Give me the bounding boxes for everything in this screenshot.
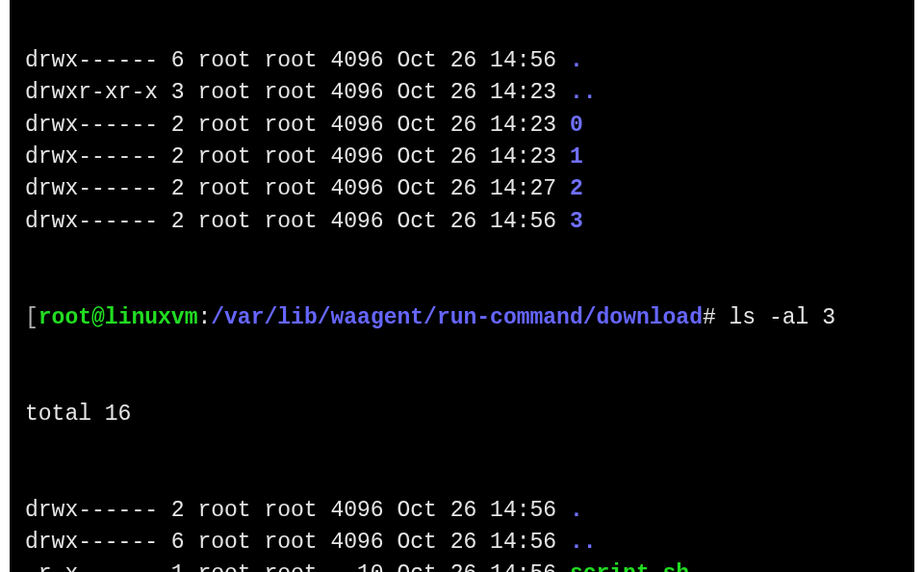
file-row: drwx------ 2 root root 4096 Oct 26 14:23… — [25, 110, 899, 142]
colon: : — [197, 305, 211, 330]
file-name: script.sh — [570, 561, 689, 572]
listing-2: drwx------ 2 root root 4096 Oct 26 14:56… — [25, 495, 899, 572]
file-name: .. — [570, 530, 597, 555]
prompt-line-2: [root@linuxvm:/var/lib/waagent/run-comma… — [25, 302, 899, 334]
file-perms: drwx------ 6 root root 4096 Oct 26 14:56 — [25, 530, 570, 555]
file-name: 2 — [570, 176, 583, 201]
bracket-open: [ — [25, 305, 38, 330]
file-row: -r-x------ 1 root root 10 Oct 26 14:56 s… — [25, 559, 899, 572]
file-name: .. — [570, 80, 597, 105]
command-2: ls -al 3 — [730, 305, 835, 330]
file-row: drwx------ 2 root root 4096 Oct 26 14:56… — [25, 495, 899, 527]
file-perms: drwxr-xr-x 3 root root 4096 Oct 26 14:23 — [25, 80, 570, 105]
file-perms: drwx------ 2 root root 4096 Oct 26 14:56 — [25, 498, 570, 523]
hash: # — [703, 305, 730, 330]
listing-1: drwx------ 6 root root 4096 Oct 26 14:56… — [25, 45, 899, 238]
file-name: . — [570, 48, 583, 73]
file-perms: drwx------ 2 root root 4096 Oct 26 14:23 — [25, 113, 570, 138]
file-perms: drwx------ 2 root root 4096 Oct 26 14:23 — [25, 144, 570, 169]
file-row: drwx------ 6 root root 4096 Oct 26 14:56… — [25, 45, 899, 77]
file-row: drwx------ 2 root root 4096 Oct 26 14:23… — [25, 142, 899, 173]
terminal-window[interactable]: [root@linuxvm:/var/lib/waagent/run-comma… — [10, 0, 914, 572]
file-row: drwx------ 6 root root 4096 Oct 26 14:56… — [25, 527, 899, 559]
cwd-path: /var/lib/waagent/run-command/download — [211, 305, 703, 330]
file-perms: -r-x------ 1 root root 10 Oct 26 14:56 — [25, 561, 570, 572]
file-name: 1 — [570, 144, 583, 169]
file-row: drwx------ 2 root root 4096 Oct 26 14:27… — [25, 173, 899, 205]
user-host: root@linuxvm — [38, 305, 198, 330]
total-line-2: total 16 — [25, 399, 899, 430]
file-perms: drwx------ 6 root root 4096 Oct 26 14:56 — [25, 48, 570, 73]
file-perms: drwx------ 2 root root 4096 Oct 26 14:27 — [25, 176, 570, 201]
file-name: 0 — [570, 113, 583, 138]
file-perms: drwx------ 2 root root 4096 Oct 26 14:56 — [25, 209, 570, 234]
file-name: . — [570, 498, 583, 523]
file-row: drwx------ 2 root root 4096 Oct 26 14:56… — [25, 206, 899, 238]
file-name: 3 — [570, 209, 583, 234]
file-row: drwxr-xr-x 3 root root 4096 Oct 26 14:23… — [25, 77, 899, 109]
